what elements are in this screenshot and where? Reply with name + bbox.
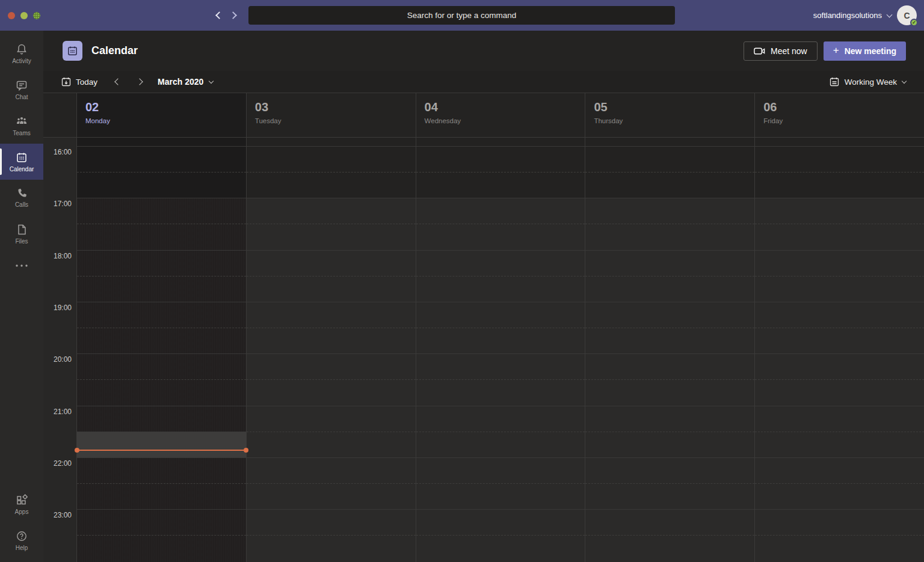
half-hour-gridline — [247, 276, 416, 276]
previous-week-icon[interactable] — [114, 78, 121, 85]
hour-gridline — [77, 302, 246, 302]
half-hour-gridline — [585, 432, 754, 432]
half-hour-gridline — [755, 224, 924, 224]
half-hour-gridline — [247, 224, 416, 224]
help-icon — [16, 530, 28, 542]
sidebar-item-files[interactable]: Files — [0, 216, 43, 252]
half-hour-gridline — [77, 483, 246, 484]
current-time-indicator — [77, 450, 246, 451]
meet-now-button[interactable]: Meet now — [744, 41, 818, 61]
view-switcher[interactable]: Working Week — [830, 77, 906, 87]
sidebar-item-label: Calendar — [10, 166, 34, 173]
day-number: 03 — [255, 99, 416, 115]
half-hour-gridline — [416, 535, 585, 536]
hour-gridline — [416, 406, 585, 406]
camera-icon — [754, 47, 765, 55]
sidebar-item-label: Help — [16, 545, 28, 551]
day-header-monday[interactable]: 02Monday — [76, 93, 246, 137]
time-label: 17:00 — [54, 200, 72, 208]
hour-gridline — [77, 250, 246, 251]
hour-gridline — [77, 457, 246, 458]
history-back-icon[interactable] — [215, 11, 223, 19]
half-hour-gridline — [247, 483, 416, 484]
sidebar-item-calendar[interactable]: Calendar — [0, 144, 43, 180]
calendar-icon — [16, 151, 28, 163]
sidebar-item-chat[interactable]: Chat — [0, 72, 43, 108]
day-column-wednesday[interactable] — [416, 138, 585, 562]
sidebar-item-help[interactable]: Help — [0, 522, 43, 558]
bell-icon — [16, 43, 28, 55]
day-number: 04 — [425, 99, 585, 115]
day-column-friday[interactable] — [754, 138, 924, 562]
window-minimize-button[interactable] — [20, 12, 28, 19]
sidebar-item-more[interactable] — [0, 252, 43, 288]
sidebar-item-label: Calls — [15, 201, 28, 208]
history-forward-icon[interactable] — [229, 11, 237, 19]
apps-icon — [16, 494, 28, 506]
hour-gridline — [755, 509, 924, 510]
hour-gridline — [755, 250, 924, 251]
next-week-icon[interactable] — [136, 78, 143, 85]
working-hours-shading — [585, 138, 754, 198]
day-header-thursday[interactable]: 05Thursday — [585, 93, 754, 137]
day-number: 02 — [85, 99, 246, 115]
half-hour-gridline — [247, 535, 416, 536]
sidebar-item-calls[interactable]: Calls — [0, 180, 43, 216]
day-header-friday[interactable]: 06Friday — [754, 93, 924, 137]
hour-gridline — [585, 406, 754, 406]
hour-gridline — [755, 302, 924, 302]
window-close-button[interactable] — [8, 12, 15, 19]
day-number: 05 — [594, 99, 754, 115]
hour-gridline — [77, 406, 246, 406]
teams-icon — [15, 115, 28, 127]
hour-gridline — [585, 509, 754, 510]
day-header-wednesday[interactable]: 04Wednesday — [416, 93, 585, 137]
day-column-thursday[interactable] — [585, 138, 754, 562]
chevron-down-icon — [902, 78, 907, 83]
tenant-name[interactable]: softlandingsolutions — [813, 11, 882, 20]
highlighted-time-slot[interactable] — [77, 432, 246, 457]
day-column-tuesday[interactable] — [246, 138, 416, 562]
today-button[interactable]: Today — [61, 77, 97, 87]
half-hour-gridline — [77, 276, 246, 276]
half-hour-gridline — [755, 379, 924, 380]
half-hour-gridline — [585, 328, 754, 328]
half-hour-gridline — [755, 483, 924, 484]
time-label: 18:00 — [54, 252, 72, 260]
day-headers-row: 02Monday03Tuesday04Wednesday05Thursday06… — [43, 93, 924, 138]
window-controls — [8, 12, 40, 19]
calendar-header: Calendar Meet now + New meeting — [43, 31, 924, 71]
half-hour-gridline — [416, 432, 585, 432]
window-zoom-button[interactable] — [33, 12, 40, 19]
hour-gridline — [247, 250, 416, 251]
hour-gridline — [416, 353, 585, 354]
half-hour-gridline — [416, 483, 585, 484]
hour-gridline — [247, 509, 416, 510]
half-hour-gridline — [77, 535, 246, 536]
sidebar-item-activity[interactable]: Activity — [0, 35, 43, 72]
search-input[interactable] — [248, 6, 675, 25]
day-column-monday[interactable] — [76, 138, 246, 562]
sidebar-item-apps[interactable]: Apps — [0, 486, 43, 522]
hour-gridline — [247, 198, 416, 198]
day-header-tuesday[interactable]: 03Tuesday — [246, 93, 416, 137]
half-hour-gridline — [755, 432, 924, 432]
hour-gridline — [416, 250, 585, 251]
hour-gridline — [247, 457, 416, 458]
sidebar-item-teams[interactable]: Teams — [0, 108, 43, 144]
page-title: Calendar — [91, 44, 138, 57]
calendar-week-icon — [830, 77, 839, 87]
hour-gridline — [416, 457, 585, 458]
hour-gridline — [416, 198, 585, 198]
half-hour-gridline — [755, 328, 924, 328]
hour-gridline — [585, 250, 754, 251]
half-hour-gridline — [247, 379, 416, 380]
chevron-down-icon[interactable] — [887, 11, 893, 17]
new-meeting-button[interactable]: + New meeting — [824, 41, 906, 61]
half-hour-gridline — [755, 276, 924, 276]
hour-gridline — [77, 198, 246, 198]
half-hour-gridline — [247, 432, 416, 432]
month-picker[interactable]: March 2020 — [158, 77, 213, 87]
calendar-today-icon — [61, 77, 71, 87]
avatar[interactable]: C ✓ — [897, 5, 917, 25]
